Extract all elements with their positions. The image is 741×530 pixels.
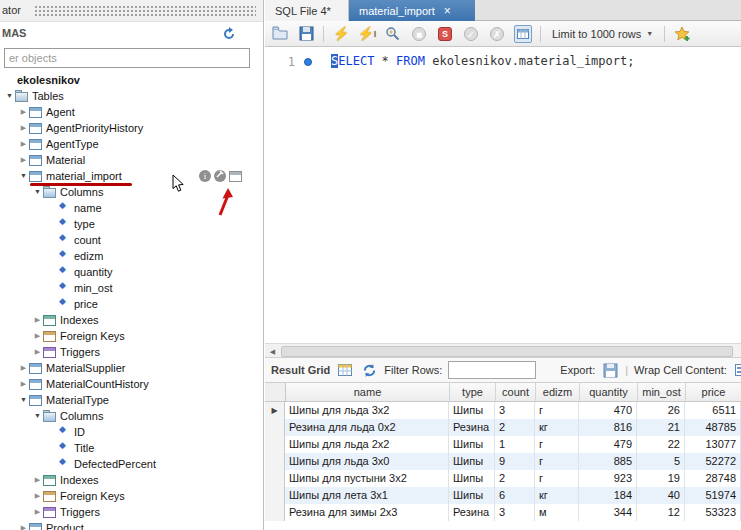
cell-name[interactable]: Шипы для лета 3x1 xyxy=(285,487,449,504)
schema-filter-input[interactable] xyxy=(4,48,250,68)
cell-count[interactable]: 6 xyxy=(495,487,535,504)
execute-current-icon[interactable]: ⚡I xyxy=(358,25,376,43)
cell-min_ost[interactable]: 12 xyxy=(637,504,685,521)
column-header-price[interactable]: price xyxy=(686,383,741,401)
expander-right-icon[interactable] xyxy=(32,312,43,328)
cell-price[interactable]: 6511 xyxy=(685,402,741,419)
cell-min_ost[interactable]: 26 xyxy=(637,402,685,419)
execute-statement-icon[interactable]: ⚡ xyxy=(332,25,350,43)
save-snippet-icon[interactable] xyxy=(673,25,691,43)
cell-quantity[interactable]: 184 xyxy=(579,487,637,504)
expander-down-icon[interactable] xyxy=(18,392,29,408)
tree-item-indexes[interactable]: Indexes xyxy=(0,472,260,488)
cell-price[interactable]: 28748 xyxy=(685,470,741,487)
cell-type[interactable]: Шипы xyxy=(449,470,495,487)
tree-item-materialsupplier[interactable]: MaterialSupplier xyxy=(0,360,260,376)
expander-right-icon[interactable] xyxy=(18,376,29,392)
table-row[interactable]: Резина для льда 0x2Резина2кг8162148785 xyxy=(265,419,741,436)
cell-quantity[interactable]: 479 xyxy=(579,436,637,453)
tree-item-edizm[interactable]: edizm xyxy=(0,248,260,264)
expander-down-icon[interactable] xyxy=(18,168,29,184)
tree-item-triggers[interactable]: Triggers xyxy=(0,344,260,360)
tab-material-import[interactable]: material_import xyxy=(349,0,475,21)
cell-quantity[interactable]: 923 xyxy=(579,470,637,487)
row-selector[interactable] xyxy=(265,487,285,504)
tree-item-agentpriorityhistory[interactable]: AgentPriorityHistory xyxy=(0,120,260,136)
column-header-name[interactable]: name xyxy=(286,383,450,401)
tree-item-foreign-keys[interactable]: Foreign Keys xyxy=(0,328,260,344)
column-header-count[interactable]: count xyxy=(496,383,536,401)
expander-right-icon[interactable] xyxy=(32,488,43,504)
column-header-min_ost[interactable]: min_ost xyxy=(638,383,686,401)
tree-item-columns[interactable]: Columns xyxy=(0,408,260,424)
expander-down-icon[interactable] xyxy=(4,88,15,104)
expander-right-icon[interactable] xyxy=(18,520,29,530)
scroll-left-icon[interactable] xyxy=(267,346,278,357)
cell-price[interactable]: 52272 xyxy=(685,453,741,470)
cell-name[interactable]: Шипы для льда 3x2 xyxy=(285,402,449,419)
save-script-icon[interactable] xyxy=(297,25,315,43)
commit-icon[interactable]: ✓ xyxy=(462,25,480,43)
column-header-edizm[interactable]: edizm xyxy=(536,383,580,401)
cell-name[interactable]: Шипы для льда 2x2 xyxy=(285,436,449,453)
cell-count[interactable]: 1 xyxy=(495,436,535,453)
cell-edizm[interactable]: кг xyxy=(535,419,579,436)
row-selector[interactable] xyxy=(265,504,285,521)
cell-quantity[interactable]: 885 xyxy=(579,453,637,470)
expander-right-icon[interactable] xyxy=(32,344,43,360)
cell-min_ost[interactable]: 21 xyxy=(637,419,685,436)
tree-item-title[interactable]: Title xyxy=(0,440,260,456)
cell-type[interactable]: Шипы xyxy=(449,487,495,504)
column-header-quantity[interactable]: quantity xyxy=(580,383,638,401)
expander-right-icon[interactable] xyxy=(18,104,29,120)
tree-item-agent[interactable]: Agent xyxy=(0,104,260,120)
stop-query-icon[interactable]: ■ xyxy=(410,25,428,43)
scrollbar-thumb[interactable] xyxy=(281,346,733,357)
table-row[interactable]: Шипы для пустыни 3x2Шипы2г9231928748 xyxy=(265,470,741,487)
cell-name[interactable]: Резина для зимы 2x3 xyxy=(285,504,449,521)
tree-item-triggers[interactable]: Triggers xyxy=(0,504,260,520)
cell-type[interactable]: Резина xyxy=(449,504,495,521)
tree-item-min-ost[interactable]: min_ost xyxy=(0,280,260,296)
cell-edizm[interactable]: г xyxy=(535,470,579,487)
tree-item-agenttype[interactable]: AgentType xyxy=(0,136,260,152)
cell-count[interactable]: 2 xyxy=(495,419,535,436)
tree-item-indexes[interactable]: Indexes xyxy=(0,312,260,328)
expander-right-icon[interactable] xyxy=(18,120,29,136)
tree-item-ekolesnikov[interactable]: ekolesnikov xyxy=(0,72,260,88)
tree-item-count[interactable]: count xyxy=(0,232,260,248)
table-row[interactable]: Шипы для льда 3x0Шипы9г885552272 xyxy=(265,453,741,470)
cell-min_ost[interactable]: 22 xyxy=(637,436,685,453)
tree-item-materialtype[interactable]: MaterialType xyxy=(0,392,260,408)
tab-sql-file[interactable]: SQL File 4* xyxy=(265,0,349,21)
cell-name[interactable]: Шипы для льда 3x0 xyxy=(285,453,449,470)
refresh-results-icon[interactable] xyxy=(360,361,378,379)
cell-type[interactable]: Шипы xyxy=(449,453,495,470)
current-row-indicator[interactable] xyxy=(265,402,285,419)
row-selector[interactable] xyxy=(265,419,285,436)
cell-price[interactable]: 53323 xyxy=(685,504,741,521)
cell-min_ost[interactable]: 5 xyxy=(637,453,685,470)
table-row[interactable]: Шипы для лета 3x1Шипы6кг1844051974 xyxy=(265,487,741,504)
cell-quantity[interactable]: 470 xyxy=(579,402,637,419)
cell-count[interactable]: 3 xyxy=(495,504,535,521)
table-row[interactable]: Резина для зимы 2x3Резина3м3441253323 xyxy=(265,504,741,521)
table-row[interactable]: Шипы для льда 2x2Шипы1г4792213077 xyxy=(265,436,741,453)
cell-price[interactable]: 13077 xyxy=(685,436,741,453)
cell-count[interactable]: 3 xyxy=(495,402,535,419)
tree-item-material[interactable]: Material xyxy=(0,152,260,168)
row-selector[interactable] xyxy=(265,470,285,487)
filter-rows-input[interactable] xyxy=(448,361,536,379)
tree-item-tables[interactable]: Tables xyxy=(0,88,260,104)
explain-plan-icon[interactable] xyxy=(384,25,402,43)
table-settings-icon[interactable] xyxy=(214,170,226,182)
cell-min_ost[interactable]: 19 xyxy=(637,470,685,487)
cell-edizm[interactable]: кг xyxy=(535,487,579,504)
export-recordset-icon[interactable] xyxy=(601,361,619,379)
tree-item-price[interactable]: price xyxy=(0,296,260,312)
editor-horizontal-scrollbar[interactable] xyxy=(265,343,741,357)
cell-min_ost[interactable]: 40 xyxy=(637,487,685,504)
column-header-type[interactable]: type xyxy=(450,383,496,401)
table-row[interactable]: Шипы для льда 3x2Шипы3г470266511 xyxy=(265,402,741,419)
cell-quantity[interactable]: 816 xyxy=(579,419,637,436)
